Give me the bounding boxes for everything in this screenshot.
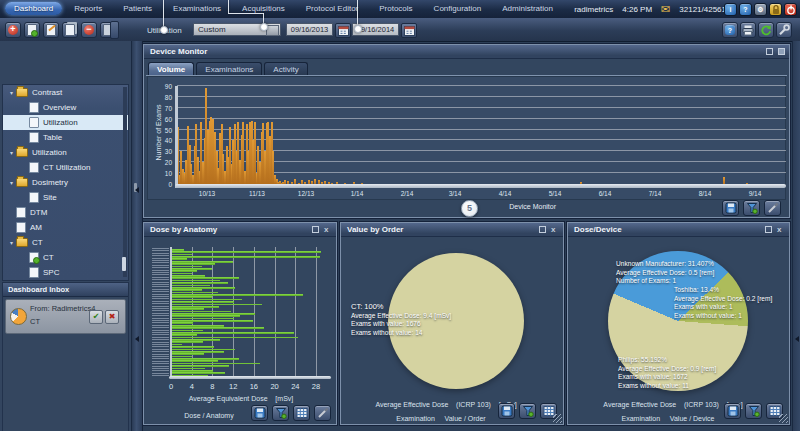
tree-item-ct[interactable]: ▾CT: [3, 235, 128, 250]
inbox-message-item[interactable]: From: Radimetrics4 CT ✔ ✖: [5, 299, 126, 334]
date-from-field[interactable]: 09/16/2013: [286, 23, 333, 36]
inbox-message-from: From: Radimetrics4: [30, 304, 95, 313]
collapse-left-icon[interactable]: [135, 187, 139, 193]
restore-icon[interactable]: [765, 226, 772, 233]
tab-examinations[interactable]: Examinations: [196, 62, 262, 76]
lock-icon[interactable]: [769, 3, 782, 16]
help-globe-icon[interactable]: ?: [722, 22, 738, 38]
brush-icon[interactable]: [764, 200, 781, 216]
save-icon[interactable]: [724, 403, 741, 419]
anatomy-x-tick-label: 8: [210, 382, 214, 391]
tree-item-utilization[interactable]: ▾Utilization: [3, 145, 128, 160]
x-tick-label: 7/14: [649, 190, 662, 197]
page-icon: [29, 102, 39, 113]
anatomy-plot-area[interactable]: [171, 247, 331, 376]
tree-item-table[interactable]: Table: [3, 130, 128, 145]
resize-grip[interactable]: [553, 414, 562, 423]
folder-icon: [16, 238, 28, 247]
dose-anatomy-title: Dose by Anatomy: [150, 225, 217, 234]
menu-dashboard[interactable]: Dashboard: [5, 2, 62, 15]
add-dashboard-button[interactable]: +: [5, 22, 21, 38]
x-tick-label: 8/14: [699, 190, 712, 197]
maximize-icon[interactable]: [778, 48, 785, 55]
tools-wrench-icon[interactable]: [776, 22, 792, 38]
refresh-icon[interactable]: [758, 22, 774, 38]
filter-icon[interactable]: [745, 403, 762, 419]
save-icon[interactable]: [498, 403, 515, 419]
tree-item-spc[interactable]: SPC: [3, 265, 128, 280]
page-icon: [29, 252, 39, 263]
annotation-line: Average Effective Dose: 0.2 [rem]: [674, 295, 772, 304]
reject-x-icon[interactable]: ✖: [105, 310, 119, 324]
edit-dashboard-button[interactable]: [43, 22, 59, 38]
folder-icon: [16, 148, 28, 157]
pages-copy-icon: [65, 24, 75, 36]
application-window: Dashboard Reports Patients Examinations …: [0, 0, 800, 431]
menu-configuration[interactable]: Configuration: [425, 2, 491, 15]
x-tick-label: 2/14: [401, 190, 414, 197]
toshiba-annotation: Toshiba: 13.4%Average Effective Dose: 0.…: [674, 286, 772, 320]
date-range-value: Custom: [198, 25, 226, 34]
dashboard-share-icon: [10, 308, 27, 325]
import-dashboard-button[interactable]: [24, 22, 40, 38]
gear-icon[interactable]: ⚙: [754, 3, 767, 16]
remove-dashboard-button[interactable]: −: [81, 22, 97, 38]
table-view-icon[interactable]: [293, 405, 310, 421]
tree-item-site[interactable]: Site: [3, 190, 128, 205]
annotation-line: Exams with value: 1676: [351, 320, 451, 329]
help-icon[interactable]: ?: [739, 3, 752, 16]
save-icon[interactable]: [251, 405, 268, 421]
menu-protocols[interactable]: Protocols: [370, 2, 421, 15]
y-tick-label: 0: [156, 181, 172, 188]
close-icon[interactable]: x: [551, 226, 559, 234]
print-icon[interactable]: [740, 22, 756, 38]
tree-item-utilization[interactable]: Utilization: [3, 115, 128, 130]
envelope-icon[interactable]: ✉: [661, 4, 670, 14]
y-tick-label: 10: [156, 170, 172, 177]
filter-icon[interactable]: [272, 405, 289, 421]
calendar-from-icon[interactable]: [335, 23, 351, 38]
restore-icon[interactable]: [539, 226, 546, 233]
tree-item-dtm[interactable]: DTM: [3, 205, 128, 220]
restore-icon[interactable]: [766, 48, 773, 55]
y-axis-line: [175, 86, 178, 188]
right-splitter[interactable]: [792, 41, 800, 431]
menu-examinations[interactable]: Examinations: [164, 2, 230, 15]
close-icon[interactable]: x: [777, 226, 785, 234]
save-icon[interactable]: [722, 200, 739, 216]
brush-icon[interactable]: [314, 405, 331, 421]
tree-item-ct-utilization[interactable]: CT Utilization: [3, 160, 128, 175]
tree-item-overview[interactable]: Overview: [3, 100, 128, 115]
page-icon: [29, 117, 39, 128]
collapse-right-icon[interactable]: [795, 336, 799, 342]
menu-patients[interactable]: Patients: [114, 2, 161, 15]
accept-check-icon[interactable]: ✔: [89, 310, 103, 324]
close-icon[interactable]: x: [324, 226, 332, 234]
menu-administration[interactable]: Administration: [493, 2, 562, 15]
tab-volume[interactable]: Volume: [148, 62, 194, 76]
tree-item-am[interactable]: AM: [3, 220, 128, 235]
device-monitor-export-icons: [722, 200, 781, 216]
calendar-to-icon[interactable]: [401, 23, 417, 38]
gridline: [233, 247, 234, 376]
tab-activity[interactable]: Activity: [264, 62, 307, 76]
tree-scrollbar[interactable]: [123, 87, 127, 277]
filter-icon[interactable]: [519, 403, 536, 419]
tree-item-ct[interactable]: CT: [3, 250, 128, 265]
x-tick-label: 10/13: [199, 190, 215, 197]
volume-plot-area[interactable]: [177, 86, 786, 184]
main-menu: Dashboard Reports Patients Examinations …: [5, 2, 562, 15]
collapse-left-icon-2[interactable]: [135, 336, 139, 342]
sidebar-splitter[interactable]: [131, 41, 143, 431]
restore-icon[interactable]: [312, 226, 319, 233]
volume-chart[interactable]: 0102030405060708090 10/1311/1312/131/142…: [147, 76, 786, 200]
info-icon[interactable]: i: [724, 3, 737, 16]
filter-icon[interactable]: [743, 200, 760, 216]
power-icon[interactable]: [784, 3, 797, 16]
copy-dashboard-button[interactable]: [62, 22, 78, 38]
tree-item-contrast[interactable]: ▾Contrast: [3, 85, 128, 100]
resize-grip[interactable]: [779, 414, 788, 423]
value-order-export-icons: [498, 403, 557, 419]
tree-item-dosimetry[interactable]: ▾Dosimetry: [3, 175, 128, 190]
menu-reports[interactable]: Reports: [65, 2, 111, 15]
